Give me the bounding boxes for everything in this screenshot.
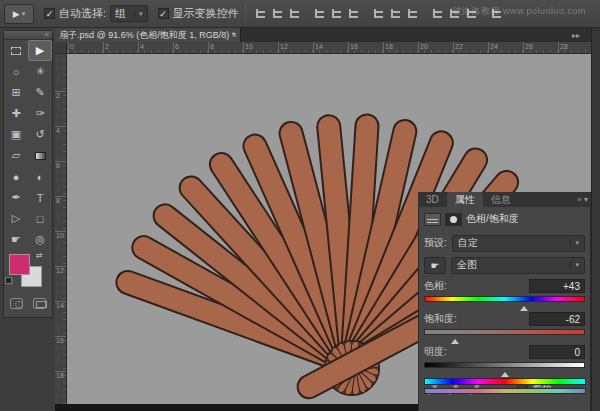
- hand-tool[interactable]: ☛: [4, 229, 28, 250]
- align-left-edges-icon: [315, 9, 324, 18]
- ruler-label: 14: [56, 302, 64, 309]
- align-bottom-edges-button[interactable]: [287, 6, 302, 21]
- targeted-adjustment-button[interactable]: ☛: [424, 257, 446, 274]
- default-colors-icon[interactable]: [6, 278, 13, 285]
- preset-select[interactable]: 自定 ▾: [452, 235, 585, 252]
- eyedropper-tool[interactable]: ✎: [28, 82, 52, 103]
- ruler-corner: [55, 42, 67, 54]
- ruler-label: 2: [105, 43, 109, 50]
- vertical-ruler: 24681012141618: [55, 54, 67, 404]
- saturation-slider-row: 饱和度:-62: [419, 311, 590, 341]
- saturation-slider-thumb[interactable]: [451, 335, 459, 344]
- hue-slider-track[interactable]: [424, 296, 585, 302]
- auto-select-checkbox[interactable]: ✓: [44, 8, 55, 19]
- close-icon[interactable]: ×: [232, 28, 237, 42]
- distribute-left-edges-button[interactable]: [430, 6, 445, 21]
- crop-tool[interactable]: ⊞: [4, 82, 28, 103]
- tools-panel: « ▶○✳⊞✎✚✑▣↺▱●◐✒T▷□☛◎ ⇄: [3, 30, 53, 318]
- align-top-edges-button[interactable]: [253, 6, 268, 21]
- rectangular-marquee-tool[interactable]: [4, 40, 28, 61]
- separator: [245, 5, 246, 23]
- ruler-label: 20: [420, 43, 428, 50]
- history-brush-tool[interactable]: ↺: [28, 124, 52, 145]
- panel-tab-信息[interactable]: 信息: [483, 192, 519, 207]
- quick-mask-button[interactable]: [10, 298, 23, 309]
- ruler-label: 14: [315, 43, 323, 50]
- clone-stamp-tool[interactable]: ▣: [4, 124, 28, 145]
- gradient-tool[interactable]: [28, 145, 52, 166]
- ruler-label: 0: [70, 43, 74, 50]
- ruler-label: 2: [56, 92, 60, 99]
- panel-title: 色相/饱和度: [466, 212, 519, 226]
- align-left-edges-button[interactable]: [312, 6, 327, 21]
- document-tab[interactable]: 扇子.psd @ 91.6% (色相/饱和度 1, RGB/8) * ×: [55, 28, 241, 42]
- ruler-label: 8: [56, 197, 60, 204]
- distribute-vertical-centers-icon: [391, 9, 400, 18]
- chevron-down-icon: ▾: [570, 261, 579, 269]
- collapse-panels-icon[interactable]: ▸▸: [572, 31, 580, 40]
- chevron-down-icon: ▾: [22, 10, 26, 18]
- foreground-color-swatch[interactable]: [9, 254, 30, 275]
- hue-value-field[interactable]: +43: [529, 279, 585, 293]
- align-vertical-centers-button[interactable]: [270, 6, 285, 21]
- saturation-value-field[interactable]: -62: [529, 312, 585, 326]
- right-dock-strip: [591, 28, 600, 411]
- layer-mask-icon[interactable]: [445, 213, 462, 226]
- ruler-label: 16: [350, 43, 358, 50]
- distribute-bottom-edges-button[interactable]: [405, 6, 420, 21]
- path-selection-tool[interactable]: ▷: [4, 208, 28, 229]
- type-tool[interactable]: T: [28, 187, 52, 208]
- ruler-label: 4: [140, 43, 144, 50]
- move-tool-preset-button[interactable]: ▶ ▾: [4, 4, 34, 24]
- hue-spectrum-output: [424, 388, 586, 394]
- left-dock: « ▶○✳⊞✎✚✑▣↺▱●◐✒T▷□☛◎ ⇄: [0, 28, 55, 411]
- hue-slider-thumb[interactable]: [520, 302, 528, 311]
- photoshop-window: ▶ ▾ ✓ 自动选择: 组 ▾ ✓ 显示变换控件 破洛洛教程 www.poluo…: [0, 0, 600, 411]
- chevron-down-icon: ▾: [134, 10, 143, 18]
- dodge-tool[interactable]: ◐: [28, 166, 52, 187]
- distribute-top-edges-icon: [374, 9, 383, 18]
- saturation-slider-track[interactable]: [424, 329, 585, 335]
- show-transform-checkbox[interactable]: ✓: [158, 8, 169, 19]
- auto-select-mode-dropdown[interactable]: 组 ▾: [110, 5, 148, 22]
- distribute-vertical-centers-button[interactable]: [388, 6, 403, 21]
- shape-tool[interactable]: □: [28, 208, 52, 229]
- lightness-label: 明度:: [424, 345, 447, 359]
- lasso-tool[interactable]: ○: [4, 61, 28, 82]
- healing-brush-tool[interactable]: ✚: [4, 103, 28, 124]
- ruler-label: 12: [56, 267, 64, 274]
- hue-label: 色相:: [424, 279, 447, 293]
- screen-mode-button[interactable]: [33, 298, 46, 309]
- tools-panel-header[interactable]: «: [4, 31, 52, 40]
- preset-label: 预设:: [424, 236, 447, 250]
- align-right-edges-button[interactable]: [346, 6, 361, 21]
- align-horizontal-centers-button[interactable]: [329, 6, 344, 21]
- lightness-value-field[interactable]: 0: [529, 345, 585, 359]
- panel-tab-bar: 3D属性信息» ▾: [418, 192, 591, 207]
- panel-tab-属性[interactable]: 属性: [447, 192, 483, 207]
- channel-value: 全图: [457, 258, 477, 272]
- lightness-slider-thumb[interactable]: [501, 368, 509, 377]
- quick-selection-tool[interactable]: ✳: [28, 61, 52, 82]
- swap-colors-icon[interactable]: ⇄: [36, 251, 43, 260]
- eraser-tool[interactable]: ▱: [4, 145, 28, 166]
- properties-panel: 3D属性信息» ▾ 色相/饱和度 预设: 自定 ▾ ☛ 全图 ▾: [418, 192, 591, 411]
- zoom-tool[interactable]: ◎: [28, 229, 52, 250]
- ruler-label: 28: [560, 43, 568, 50]
- ruler-label: 16: [56, 337, 64, 344]
- document-tab-title: 扇子.psd @ 91.6% (色相/饱和度 1, RGB/8) *: [59, 30, 235, 40]
- move-tool[interactable]: ▶: [28, 40, 52, 61]
- distribute-top-edges-button[interactable]: [371, 6, 386, 21]
- align-vertical-centers-icon: [273, 9, 282, 18]
- pen-tool[interactable]: ✒: [4, 187, 28, 208]
- channel-select[interactable]: 全图 ▾: [451, 257, 585, 274]
- preset-value: 自定: [458, 236, 478, 250]
- blur-tool[interactable]: ●: [4, 166, 28, 187]
- brush-tool[interactable]: ✑: [28, 103, 52, 124]
- distribute-bottom-edges-icon: [408, 9, 417, 18]
- ruler-label: 22: [455, 43, 463, 50]
- panel-menu-icon[interactable]: » ▾: [577, 192, 591, 207]
- auto-select-mode-value: 组: [115, 6, 126, 21]
- panel-tab-3D[interactable]: 3D: [418, 192, 447, 207]
- options-bar: ▶ ▾ ✓ 自动选择: 组 ▾ ✓ 显示变换控件 破洛洛教程 www.poluo…: [0, 0, 600, 28]
